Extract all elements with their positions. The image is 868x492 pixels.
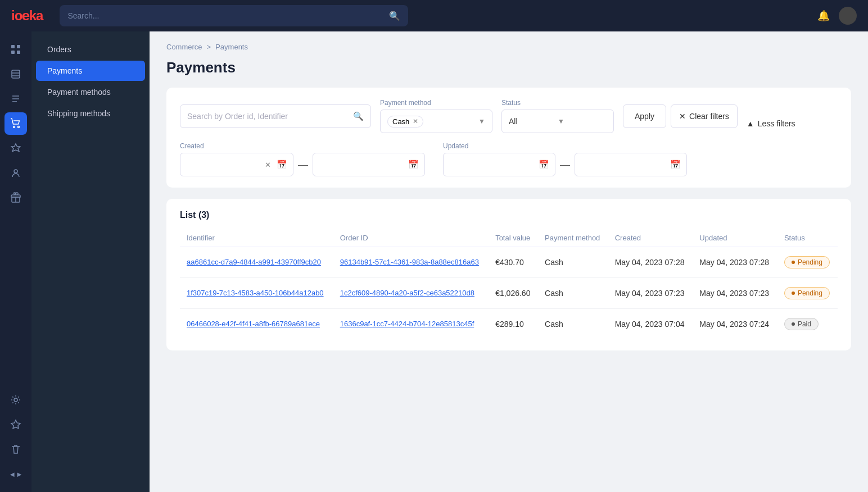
topbar-right: 🔔: [817, 7, 857, 25]
identifier-link[interactable]: 1f307c19-7c13-4583-a450-106b44a12ab0: [187, 289, 324, 297]
created-date-group: Created 04/05/2023 09:00 ✕ 📅 — 📅: [180, 142, 425, 176]
payment-method-select[interactable]: Cash ✕ ▼: [380, 110, 492, 133]
payments-table: Identifier Order ID Total value Payment …: [180, 229, 838, 339]
cell-total-value: €430.70: [489, 247, 538, 278]
cell-identifier: aa6861cc-d7a9-4844-a991-43970ff9cb20: [180, 247, 333, 278]
search-filter: 🔍: [180, 104, 371, 128]
badge-dot: [792, 291, 795, 295]
order-id-link[interactable]: 1636c9af-1cc7-4424-b704-12e85813c45f: [340, 320, 474, 328]
sidebar-icon-catalog[interactable]: [4, 63, 27, 85]
svg-rect-2: [11, 51, 15, 54]
order-search-input[interactable]: [187, 112, 353, 121]
sidebar-icon-settings[interactable]: [4, 389, 27, 411]
updated-date-dash: —: [560, 159, 570, 171]
order-id-link[interactable]: 96134b91-57c1-4361-983a-8a88ec816a63: [340, 258, 479, 266]
table-row: 1f307c19-7c13-4583-a450-106b44a12ab0 1c2…: [180, 278, 838, 309]
less-filters-button[interactable]: ▲ Less filters: [747, 119, 795, 128]
sidebar-icon-dashboard[interactable]: [4, 38, 27, 61]
sidebar-icon-trash[interactable]: [4, 438, 27, 461]
sidebar-icon-customers[interactable]: [4, 162, 27, 184]
badge-dot: [792, 261, 795, 264]
identifier-link[interactable]: aa6861cc-d7a9-4844-a991-43970ff9cb20: [187, 258, 321, 266]
payment-method-tag: Cash ✕: [387, 116, 423, 127]
status-label: Paid: [798, 320, 811, 328]
cell-order-id: 96134b91-57c1-4361-983a-8a88ec816a63: [333, 247, 489, 278]
status-chevron: ▼: [558, 117, 607, 125]
sidebar-icon-collapse[interactable]: ◄►: [4, 463, 27, 485]
sidebar-icon-orders[interactable]: [4, 88, 27, 110]
cell-updated: May 04, 2023 07:24: [693, 309, 777, 340]
cell-created: May 04, 2023 07:04: [608, 309, 693, 340]
cell-created: May 04, 2023 07:28: [608, 247, 693, 278]
sidebar-item-payments[interactable]: Payments: [36, 61, 145, 81]
sidebar-icon-star[interactable]: [4, 413, 27, 436]
created-from-field[interactable]: 04/05/2023 09:00: [186, 160, 265, 169]
col-updated: Updated: [693, 229, 777, 247]
cell-updated: May 04, 2023 07:28: [693, 247, 777, 278]
cell-updated: May 04, 2023 07:23: [693, 278, 777, 309]
status-label: Pending: [798, 258, 822, 266]
created-from-clear[interactable]: ✕: [265, 161, 271, 169]
sidebar-icon-marketing[interactable]: [4, 137, 27, 160]
created-label: Created: [180, 142, 425, 150]
svg-point-9: [14, 170, 17, 173]
filter-row-2: Created 04/05/2023 09:00 ✕ 📅 — 📅: [180, 142, 838, 176]
payment-method-filter: Payment method Cash ✕ ▼: [380, 99, 492, 133]
content: Commerce > Payments Payments 🔍 Payment m…: [150, 31, 868, 492]
status-select[interactable]: All ▼: [501, 110, 614, 133]
search-input[interactable]: [67, 11, 385, 20]
search-filter-icon: 🔍: [353, 111, 364, 121]
breadcrumb-parent[interactable]: Commerce: [166, 43, 202, 51]
svg-rect-3: [17, 51, 20, 54]
avatar[interactable]: [839, 7, 857, 25]
updated-label: Updated: [443, 142, 687, 150]
svg-rect-1: [17, 45, 20, 48]
apply-button[interactable]: Apply: [623, 104, 666, 128]
sidebar-item-orders[interactable]: Orders: [36, 39, 145, 60]
updated-from-input[interactable]: 📅: [443, 153, 555, 176]
updated-to-input[interactable]: 📅: [575, 153, 687, 176]
clear-filters-button[interactable]: ✕ Clear filters: [671, 104, 738, 128]
cell-total-value: €1,026.60: [489, 278, 538, 309]
updated-to-field[interactable]: [581, 160, 667, 169]
list-section: List (3) Identifier Order ID Total value…: [166, 199, 851, 350]
topbar: ioeka 🔍 🔔: [0, 0, 868, 31]
updated-to-calendar-icon[interactable]: 📅: [670, 160, 681, 170]
sidebar-icon-gift[interactable]: [4, 186, 27, 209]
col-total-value: Total value: [489, 229, 538, 247]
created-date-row: 04/05/2023 09:00 ✕ 📅 — 📅: [180, 153, 425, 176]
cell-order-id: 1636c9af-1cc7-4424-b704-12e85813c45f: [333, 309, 489, 340]
cell-status: Pending: [777, 247, 838, 278]
sidebar-item-shipping-methods[interactable]: Shipping methods: [36, 103, 145, 124]
updated-from-calendar-icon[interactable]: 📅: [539, 160, 549, 170]
page-title: Payments: [166, 59, 851, 76]
payment-method-label: Payment method: [380, 99, 492, 107]
updated-from-field[interactable]: [449, 160, 535, 169]
status-value: All: [509, 117, 558, 126]
bell-icon[interactable]: 🔔: [817, 10, 830, 22]
sidebar-item-payment-methods[interactable]: Payment methods: [36, 82, 145, 102]
sidebar-icon-commerce[interactable]: [4, 112, 27, 135]
table-header-row: Identifier Order ID Total value Payment …: [180, 229, 838, 247]
updated-date-row: 📅 — 📅: [443, 153, 687, 176]
created-from-input[interactable]: 04/05/2023 09:00 ✕ 📅: [180, 153, 293, 176]
status-filter: Status All ▼: [501, 99, 614, 133]
search-container: 🔍: [60, 5, 408, 26]
cell-total-value: €289.10: [489, 309, 538, 340]
created-to-input[interactable]: 📅: [313, 153, 425, 176]
created-to-field[interactable]: [319, 160, 405, 169]
created-from-calendar-icon[interactable]: 📅: [277, 160, 287, 170]
col-identifier: Identifier: [180, 229, 333, 247]
logo: ioeka: [11, 8, 43, 24]
created-to-calendar-icon[interactable]: 📅: [408, 160, 419, 170]
payment-method-tag-close[interactable]: ✕: [413, 117, 418, 125]
cell-order-id: 1c2cf609-4890-4a20-a5f2-ce63a52210d8: [333, 278, 489, 309]
list-title: List (3): [180, 210, 838, 220]
payment-method-chevron: ▼: [478, 117, 485, 125]
breadcrumb-separator: >: [207, 43, 211, 51]
identifier-link[interactable]: 06466028-e42f-4f41-a8fb-66789a681ece: [187, 320, 320, 328]
col-created: Created: [608, 229, 693, 247]
search-filter-inner: 🔍: [180, 104, 371, 128]
created-date-dash: —: [298, 159, 308, 171]
order-id-link[interactable]: 1c2cf609-4890-4a20-a5f2-ce63a52210d8: [340, 289, 474, 297]
